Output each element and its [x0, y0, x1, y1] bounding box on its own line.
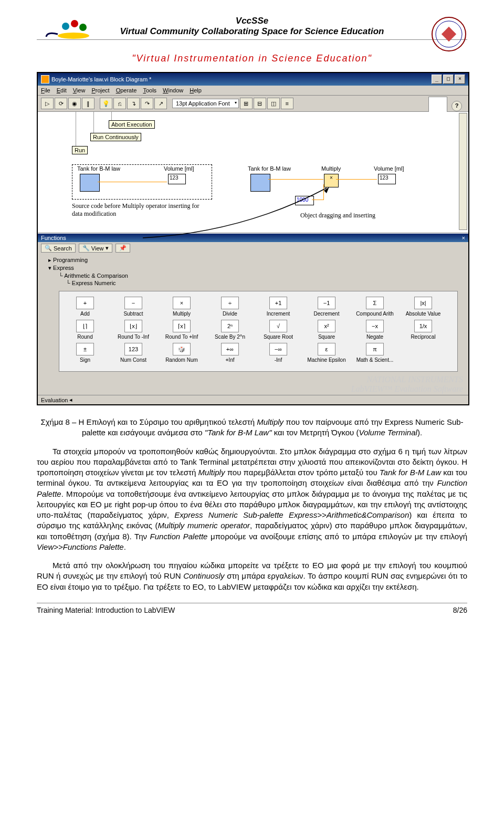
logo-left	[37, 16, 94, 45]
footer-page: 8/26	[453, 606, 467, 614]
toolbar: ▷ ⟳ ◉ ‖ 💡 ⎌ ↴ ↷ ↗ 13pt Application Font …	[38, 96, 468, 112]
close-button[interactable]: ×	[455, 75, 465, 84]
window-title: Boyle-Mariotte's law.vi Block Diagram *	[51, 76, 151, 82]
minimize-button[interactable]: _	[432, 75, 442, 84]
align-button[interactable]: ⊞	[240, 98, 253, 109]
functions-close-icon[interactable]: ×	[462, 235, 465, 241]
palette-item-math-scient-[interactable]: πMath & Scient...	[353, 343, 396, 363]
palette-item-sign[interactable]: ±Sign	[64, 343, 107, 363]
menu-edit[interactable]: Edit	[57, 87, 67, 93]
tree-programming[interactable]: ▸ Programming	[48, 256, 458, 264]
label-volume1: Volume [ml]	[164, 165, 194, 172]
palette-item-round-to-inf[interactable]: ⌈x⌉Round To +Inf	[160, 320, 203, 340]
palette-item-scale-by-2-n[interactable]: 2ⁿScale By 2^n	[208, 320, 251, 340]
logo-right	[430, 16, 467, 53]
footer: Training Material: Introduction to LabVI…	[37, 603, 467, 614]
palette-item-negate[interactable]: −xNegate	[353, 320, 396, 340]
retain-button[interactable]: ⎌	[113, 98, 126, 109]
run-continuous-button[interactable]: ⟳	[55, 98, 67, 109]
resize-button[interactable]: ◫	[267, 98, 280, 109]
palette-item-machine-epsilon[interactable]: εMachine Epsilon	[305, 343, 348, 363]
functions-title: Functions	[41, 235, 66, 241]
svg-rect-6	[442, 27, 456, 41]
palette-item-square[interactable]: x²Square	[305, 320, 348, 340]
menu-tools[interactable]: Tools	[143, 87, 156, 93]
watermark: NATIONAL INSTRUMENTS LabVIEW™ Evaluation…	[38, 374, 468, 395]
svg-point-0	[58, 33, 89, 39]
node-tank1[interactable]	[80, 174, 100, 192]
palette-item-divide[interactable]: ÷Divide	[208, 297, 251, 317]
node-multiply[interactable]: ×	[324, 174, 339, 187]
app-icon	[41, 75, 49, 83]
palette-item-num-const[interactable]: 123Num Const	[112, 343, 155, 363]
body-text: Σχήμα 8 – Η Επιλογή και το Σύρσιμο του α…	[37, 417, 467, 592]
abort-button[interactable]: ◉	[68, 98, 81, 109]
palette-item-multiply[interactable]: ×Multiply	[160, 297, 203, 317]
labview-window: Boyle-Mariotte's law.vi Block Diagram * …	[37, 72, 469, 405]
vertical-scrollbar[interactable]	[459, 113, 467, 230]
palette-item-random-num[interactable]: 🎲Random Num	[160, 343, 203, 363]
label-tank2: Tank for B-M law	[248, 165, 291, 172]
palette-grid: +Add−Subtract×Multiply÷Divide+1Increment…	[59, 291, 458, 372]
tree-express[interactable]: ▾ Express	[48, 264, 458, 272]
palette-item--inf[interactable]: −∞-Inf	[257, 343, 300, 363]
svg-point-2	[71, 20, 78, 27]
palette-item-add[interactable]: +Add	[64, 297, 107, 317]
distribute-button[interactable]: ⊟	[254, 98, 266, 109]
label-multiply: Multiply	[321, 165, 341, 172]
palette-item-round[interactable]: ⌊⌉Round	[64, 320, 107, 340]
label-volume2: Volume [ml]	[374, 165, 404, 172]
block-diagram-canvas[interactable]: Abort Execution Run Continuously Run Tan…	[38, 112, 468, 233]
svg-point-1	[62, 23, 69, 30]
menu-file[interactable]: File	[41, 87, 50, 93]
pause-button[interactable]: ‖	[82, 98, 94, 109]
tooltip-run-cont: Run Continuously	[90, 133, 141, 141]
run-button[interactable]: ▷	[41, 98, 54, 109]
svg-point-3	[79, 24, 87, 31]
step-out-button[interactable]: ↗	[154, 98, 167, 109]
header-subtitle: "Virtual Instrumentation in Science Educ…	[37, 53, 467, 64]
palette-item-compound-arith[interactable]: ΣCompound Arith	[353, 297, 396, 317]
palette-item-subtract[interactable]: −Subtract	[112, 297, 155, 317]
palette-item--inf[interactable]: +∞+Inf	[208, 343, 251, 363]
palette-item-increment[interactable]: +1Increment	[257, 297, 300, 317]
label-tank1: Tank for B-M law	[77, 165, 120, 172]
palette-item-absolute-value[interactable]: |x|Absolute Value	[402, 297, 445, 317]
highlight-button[interactable]: 💡	[100, 98, 112, 109]
palette-tree: ▸ Programming ▾ Express └ Arithmetic & C…	[38, 254, 468, 289]
caption-left: Source code before Multiply operator ins…	[72, 202, 203, 218]
menu-project[interactable]: Project	[91, 87, 109, 93]
footer-left: Training Material: Introduction to LabVI…	[37, 606, 175, 614]
reorder-button[interactable]: ≡	[281, 98, 293, 109]
menu-window[interactable]: Window	[163, 87, 183, 93]
node-const1000[interactable]: 1000	[295, 196, 314, 205]
tree-arith[interactable]: └ Arithmetic & Comparison	[48, 272, 458, 279]
palette-item-round-to-inf[interactable]: ⌊x⌋Round To -Inf	[112, 320, 155, 340]
palette-item-decrement[interactable]: −1Decrement	[305, 297, 348, 317]
font-dropdown[interactable]: 13pt Application Font	[172, 99, 239, 108]
functions-palette: Functions × 🔍 Search 🔧 View ▾ 📌 ▸ Progra…	[38, 233, 468, 395]
menu-operate[interactable]: Operate	[116, 87, 137, 93]
help-button[interactable]: ?	[452, 101, 462, 111]
svg-marker-7	[324, 187, 329, 193]
tree-expnum[interactable]: └ Express Numeric	[48, 279, 458, 287]
pin-button[interactable]: 📌	[116, 244, 130, 253]
tooltip-run: Run	[72, 146, 88, 154]
menu-help[interactable]: Help	[190, 87, 202, 93]
palette-item-reciprocal[interactable]: 1/xReciprocal	[402, 320, 445, 340]
search-button[interactable]: 🔍 Search	[41, 244, 76, 253]
statusbar: Evaluation ◂	[38, 395, 468, 404]
menubar: File Edit View Project Operate Tools Win…	[38, 86, 468, 96]
caption-right: Object dragging and inserting	[300, 212, 375, 219]
maximize-button[interactable]: □	[443, 75, 454, 84]
node-tank2[interactable]	[250, 174, 270, 192]
palette-item-square-root[interactable]: √Square Root	[257, 320, 300, 340]
node-volume1[interactable]: 123	[168, 174, 186, 184]
node-volume2[interactable]: 123	[378, 174, 396, 184]
step-into-button[interactable]: ↴	[127, 98, 140, 109]
step-over-button[interactable]: ↷	[141, 98, 153, 109]
tooltip-abort: Abort Execution	[109, 120, 155, 129]
menu-view[interactable]: View	[73, 87, 86, 93]
titlebar: Boyle-Mariotte's law.vi Block Diagram * …	[38, 73, 468, 86]
view-button[interactable]: 🔧 View ▾	[79, 244, 112, 253]
